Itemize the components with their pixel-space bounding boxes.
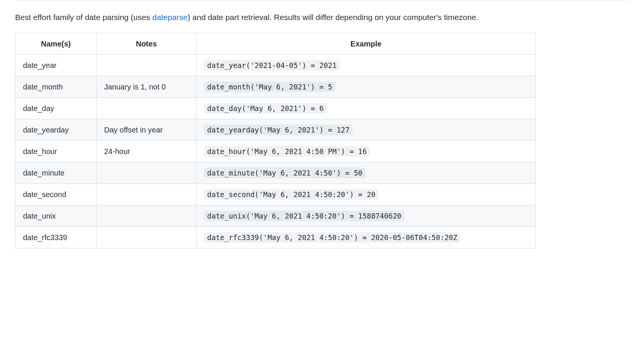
fn-name: date_hour	[15, 140, 97, 162]
fn-example-code: date_hour('May 6, 2021 4:50 PM') = 16	[204, 146, 370, 157]
fn-notes	[97, 54, 197, 76]
fn-notes	[97, 183, 197, 205]
table-row: date_day date_day('May 6, 2021') = 6	[15, 97, 536, 119]
fn-notes: January is 1, not 0	[97, 76, 197, 97]
fn-example-code: date_minute('May 6, 2021 4:50') = 50	[204, 168, 366, 178]
fn-notes	[97, 205, 197, 227]
fn-name: date_rfc3339	[15, 227, 97, 248]
fn-name: date_second	[15, 183, 97, 205]
fn-example-code: date_unix('May 6, 2021 4:50:20') = 15887…	[204, 211, 404, 221]
table-row: date_minute date_minute('May 6, 2021 4:5…	[15, 162, 536, 183]
fn-example-code: date_month('May 6, 2021') = 5	[204, 82, 335, 92]
fn-example-code: date_year('2021-04-05') = 2021	[204, 60, 340, 71]
fn-example-cell: date_year('2021-04-05') = 2021	[197, 54, 536, 76]
fn-notes	[97, 227, 197, 248]
fn-notes: Day offset in year	[97, 119, 197, 140]
date-functions-table: Name(s) Notes Example date_year date_yea…	[15, 33, 536, 248]
fn-example-cell: date_rfc3339('May 6, 2021 4:50:20') = 20…	[197, 227, 536, 248]
fn-example-cell: date_minute('May 6, 2021 4:50') = 50	[197, 162, 536, 183]
intro-paragraph: Best effort family of date parsing (uses…	[15, 11, 629, 24]
table-row: date_second date_second('May 6, 2021 4:5…	[15, 183, 536, 205]
intro-suffix: ) and date part retrieval. Results will …	[188, 13, 478, 22]
intro-prefix: Best effort family of date parsing (uses	[15, 13, 152, 22]
fn-notes	[97, 162, 197, 183]
fn-example-code: date_yearday('May 6, 2021') = 127	[204, 125, 353, 135]
table-row: date_rfc3339 date_rfc3339('May 6, 2021 4…	[15, 227, 536, 248]
table-header-row: Name(s) Notes Example	[15, 33, 536, 54]
table-row: date_year date_year('2021-04-05') = 2021	[15, 54, 536, 76]
header-notes: Notes	[97, 33, 197, 54]
fn-name: date_unix	[15, 205, 97, 227]
fn-example-cell: date_day('May 6, 2021') = 6	[197, 97, 536, 119]
fn-example-code: date_second('May 6, 2021 4:50:20') = 20	[204, 189, 378, 200]
fn-example-code: date_day('May 6, 2021') = 6	[204, 103, 327, 114]
fn-example-cell: date_hour('May 6, 2021 4:50 PM') = 16	[197, 140, 536, 162]
table-row: date_unix date_unix('May 6, 2021 4:50:20…	[15, 205, 536, 227]
fn-example-cell: date_yearday('May 6, 2021') = 127	[197, 119, 536, 140]
header-names: Name(s)	[15, 33, 97, 54]
header-example: Example	[197, 33, 536, 54]
dateparse-link[interactable]: dateparse	[152, 13, 188, 22]
table-row: date_hour 24-hour date_hour('May 6, 2021…	[15, 140, 536, 162]
section-divider	[15, 0, 629, 0]
fn-notes	[97, 97, 197, 119]
table-row: date_month January is 1, not 0 date_mont…	[15, 76, 536, 97]
fn-name: date_day	[15, 97, 97, 119]
table-row: date_yearday Day offset in year date_yea…	[15, 119, 536, 140]
fn-example-cell: date_unix('May 6, 2021 4:50:20') = 15887…	[197, 205, 536, 227]
fn-name: date_year	[15, 54, 97, 76]
fn-name: date_month	[15, 76, 97, 97]
fn-name: date_yearday	[15, 119, 97, 140]
fn-example-code: date_rfc3339('May 6, 2021 4:50:20') = 20…	[204, 232, 460, 243]
fn-name: date_minute	[15, 162, 97, 183]
fn-example-cell: date_second('May 6, 2021 4:50:20') = 20	[197, 183, 536, 205]
fn-notes: 24-hour	[97, 140, 197, 162]
fn-example-cell: date_month('May 6, 2021') = 5	[197, 76, 536, 97]
